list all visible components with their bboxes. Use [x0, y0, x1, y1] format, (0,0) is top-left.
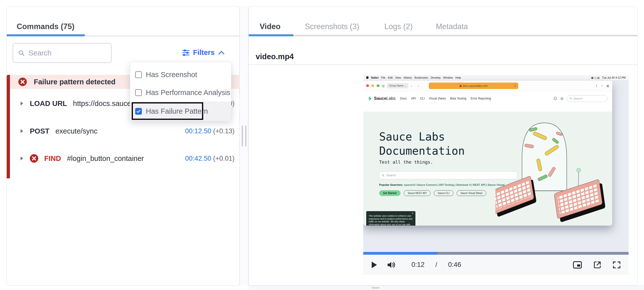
search-icon [18, 50, 25, 57]
safari-window: ▥ Group Name ⌄ ‹ › docs.saucelabs.com ✕ … [363, 81, 612, 226]
command-row-find[interactable]: FIND #login_button_container 00:42.50 (+… [10, 150, 240, 167]
nav-item: Docs [400, 97, 407, 100]
zoom-window-icon [377, 84, 380, 87]
brand-bold: Sauce [374, 96, 386, 101]
asset-panel: Video Screenshots (3) Logs (2) Metadata … [248, 7, 638, 285]
menu-bar-clock: Tue Jul 30 4:12 PM [602, 76, 626, 79]
nav-item: API [411, 97, 416, 100]
error-icon [30, 154, 38, 163]
checkbox-unchecked[interactable] [135, 71, 142, 78]
tab-metadata[interactable]: Metadata [436, 22, 468, 31]
saucelabs-logo: SauceLabs [368, 96, 396, 101]
search-icon [382, 174, 384, 177]
progress-fill [363, 252, 438, 255]
minimize-window-icon [372, 84, 374, 87]
brand-light: Labs [386, 96, 396, 101]
video-player[interactable]: Safari File Edit View History Bookmarks … [363, 75, 628, 275]
command-search-input[interactable]: Search [13, 43, 112, 63]
hero-subtitle: Test all the things. [379, 159, 433, 165]
checkbox-checked[interactable] [135, 108, 142, 115]
menu-item: File [381, 76, 386, 79]
video-controls: 0:12 / 0:46 [363, 255, 628, 275]
menu-item: Edit [388, 76, 392, 79]
filters-label: Filters [193, 49, 215, 57]
check-icon [136, 109, 141, 114]
browser-toolbar: ▥ Group Name ⌄ ‹ › docs.saucelabs.com ✕ … [363, 81, 612, 91]
scrollbar-thumb[interactable] [372, 287, 380, 289]
nav-item: Visual (New) [429, 97, 446, 100]
command-method: POST [30, 127, 50, 135]
site-search-placeholder: Search [574, 97, 582, 100]
system-tray-icons: ▣ ▢ ▤ [591, 76, 600, 79]
fullscreen-button[interactable] [613, 261, 621, 269]
tab-logs[interactable]: Logs (2) [384, 22, 413, 31]
filter-option-has-performance-analysis[interactable]: Has Performance Analysis [130, 84, 231, 102]
video-frame[interactable]: Safari File Edit View History Bookmarks … [363, 75, 628, 252]
menu-item: Safari [371, 76, 379, 79]
tab-group-button: Group Name ⌄ [387, 83, 408, 88]
apple-logo-icon [366, 76, 368, 79]
menu-item: Bookmarks [414, 76, 428, 79]
docs-search-placeholder: Search [386, 174, 396, 177]
theme-sun-icon [560, 97, 564, 101]
menu-item: History [404, 76, 412, 79]
hero-buttons: Get Started Sauce REST API Sauce CLI Sau… [379, 190, 486, 196]
cookie-banner: ✕ This website uses cookies to enhance u… [366, 211, 416, 226]
close-icon[interactable]: ✕ [412, 212, 414, 215]
nav-item: CLI [420, 97, 425, 100]
macos-menu-bar: Safari File Edit View History Bookmarks … [363, 75, 628, 81]
horizontal-scrollbar[interactable] [248, 285, 644, 290]
new-tab-icon: + [601, 84, 603, 88]
tab-screenshots[interactable]: Screenshots (3) [305, 22, 359, 31]
search-icon [570, 97, 572, 100]
nav-item: Beta Testing [450, 97, 466, 100]
video-progress-bar[interactable] [363, 252, 628, 255]
share-icon: ↥ [595, 84, 598, 88]
failure-banner-text: Failure pattern detected [34, 78, 116, 86]
menu-item: Develop [430, 76, 440, 79]
cookie-text: This website uses cookies to enhance use… [369, 215, 412, 226]
popular-label: Popular Searches: [379, 183, 403, 186]
filter-option-label: Has Performance Analysis [146, 89, 230, 97]
open-in-new-button[interactable] [593, 261, 601, 269]
command-timestamp-link[interactable]: 00:42.50 [185, 155, 211, 162]
active-tab-underline [249, 34, 294, 36]
test-results-page: Commands (75) Search Filters Failure pat… [0, 0, 644, 290]
visual-button: Sauce Visual (New) [457, 190, 486, 196]
command-timestamp-link[interactable]: 00:12.50 [185, 127, 211, 135]
video-file-title: video.mp4 [256, 52, 294, 61]
address-bar: docs.saucelabs.com ✕ [429, 83, 518, 89]
expand-caret-icon[interactable] [20, 156, 24, 161]
current-time: 0:12 [412, 261, 424, 269]
command-row-post[interactable]: POST execute/sync 00:12.50 (+0.13) [10, 122, 240, 140]
time-separator: / [436, 261, 437, 268]
panel-resize-handle[interactable] [240, 7, 248, 285]
command-method-failed: FIND [44, 154, 61, 163]
sidebar-icon: ▥ [382, 84, 384, 88]
command-value: #login_button_container [67, 154, 144, 163]
command-delta: (+0.13) [211, 127, 234, 135]
hero-illustration [496, 112, 612, 226]
play-button[interactable] [371, 261, 377, 268]
expand-caret-icon[interactable] [20, 129, 24, 134]
address-text: docs.saucelabs.com [463, 84, 488, 87]
picture-in-picture-button[interactable] [573, 261, 582, 269]
checkbox-unchecked[interactable] [135, 89, 142, 96]
tab-video[interactable]: Video [260, 22, 280, 31]
active-tab-underline [7, 34, 85, 36]
filters-button[interactable]: Filters [182, 49, 225, 57]
hero-title: Sauce Labs Documentation [379, 130, 464, 158]
volume-button[interactable] [387, 261, 396, 269]
filter-option-has-failure-pattern[interactable]: Has Failure Pattern [130, 102, 231, 121]
cli-button: Sauce CLI [434, 190, 454, 196]
tabbar-divider [249, 35, 637, 36]
chevron-up-icon [218, 50, 225, 55]
commands-panel: Commands (75) Search Filters Failure pat… [6, 7, 240, 285]
tab-overview-icon: ▣ [606, 84, 609, 88]
nav-item: Error Reporting [470, 97, 491, 100]
error-icon [18, 78, 27, 86]
filter-option-has-screenshot[interactable]: Has Screenshot [130, 66, 231, 84]
tab-commands[interactable]: Commands (75) [17, 22, 74, 31]
filter-option-label: Has Screenshot [146, 71, 197, 79]
expand-caret-icon[interactable] [20, 101, 24, 106]
